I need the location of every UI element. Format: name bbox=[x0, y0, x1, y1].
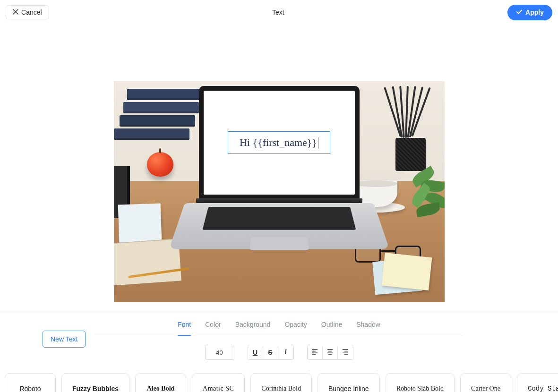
align-right-icon bbox=[342, 348, 349, 357]
cancel-button[interactable]: Cancel bbox=[6, 5, 49, 19]
text-content: Hi {{first_name}} bbox=[240, 136, 317, 148]
desk-scene-illustration: Hi {{first_name}} bbox=[114, 81, 445, 302]
align-right-button[interactable] bbox=[338, 345, 353, 359]
controls-row: New Text U S I bbox=[0, 342, 558, 363]
new-text-button[interactable]: New Text bbox=[43, 331, 86, 348]
font-chip-roboto-slab-bold[interactable]: Roboto Slab Bold bbox=[386, 373, 455, 392]
font-chip-aleo-bold[interactable]: Aleo Bold bbox=[135, 373, 186, 392]
tab-opacity[interactable]: Opacity bbox=[284, 321, 307, 332]
tab-background[interactable]: Background bbox=[235, 321, 271, 332]
header-bar: Cancel Text Apply bbox=[0, 0, 558, 25]
editable-text-box[interactable]: Hi {{first_name}} bbox=[228, 131, 330, 154]
font-chip-cody-star[interactable]: Cody Star bbox=[517, 373, 558, 392]
text-cursor bbox=[318, 137, 318, 149]
cancel-label: Cancel bbox=[21, 9, 42, 16]
italic-button[interactable]: I bbox=[278, 345, 293, 359]
text-style-group: U S I bbox=[248, 345, 294, 360]
apply-label: Apply bbox=[525, 9, 544, 16]
align-left-icon bbox=[311, 348, 318, 357]
font-chip-fuzzy-bubbles[interactable]: Fuzzy Bubbles bbox=[61, 373, 129, 392]
font-chip-roboto[interactable]: Roboto bbox=[5, 373, 56, 392]
tabs-row: Font Color Background Opacity Outline Sh… bbox=[94, 317, 464, 336]
font-chip-carter-one[interactable]: Carter One bbox=[460, 373, 511, 392]
font-chip-amatic-sc[interactable]: Amatic SC bbox=[192, 373, 245, 392]
strikethrough-button[interactable]: S bbox=[263, 345, 278, 359]
tab-shadow[interactable]: Shadow bbox=[356, 321, 380, 332]
check-icon bbox=[516, 9, 523, 17]
font-size-input[interactable] bbox=[205, 345, 234, 360]
canvas-image[interactable]: Hi {{first_name}} bbox=[114, 81, 445, 302]
font-chip-bungee-inline[interactable]: Bungee Inline bbox=[318, 373, 380, 392]
page-title: Text bbox=[272, 9, 284, 16]
align-center-button[interactable] bbox=[323, 345, 338, 359]
align-left-button[interactable] bbox=[308, 345, 323, 359]
font-chip-list: Roboto Fuzzy Bubbles Aleo Bold Amatic SC… bbox=[0, 363, 558, 392]
font-chip-corinthia-bold[interactable]: Corinthia Bold bbox=[250, 373, 312, 392]
text-align-group bbox=[307, 345, 353, 360]
tab-font[interactable]: Font bbox=[178, 321, 191, 336]
underline-button[interactable]: U bbox=[248, 345, 263, 359]
underline-icon: U bbox=[253, 349, 258, 356]
align-center-icon bbox=[326, 348, 334, 357]
strikethrough-icon: S bbox=[268, 349, 272, 356]
tab-color[interactable]: Color bbox=[205, 321, 221, 332]
bottom-panel: Font Color Background Opacity Outline Sh… bbox=[0, 312, 558, 392]
close-icon bbox=[13, 9, 18, 16]
apply-button[interactable]: Apply bbox=[507, 5, 552, 20]
canvas-area: Hi {{first_name}} bbox=[0, 25, 558, 307]
tab-outline[interactable]: Outline bbox=[321, 321, 342, 332]
italic-icon: I bbox=[284, 349, 287, 356]
